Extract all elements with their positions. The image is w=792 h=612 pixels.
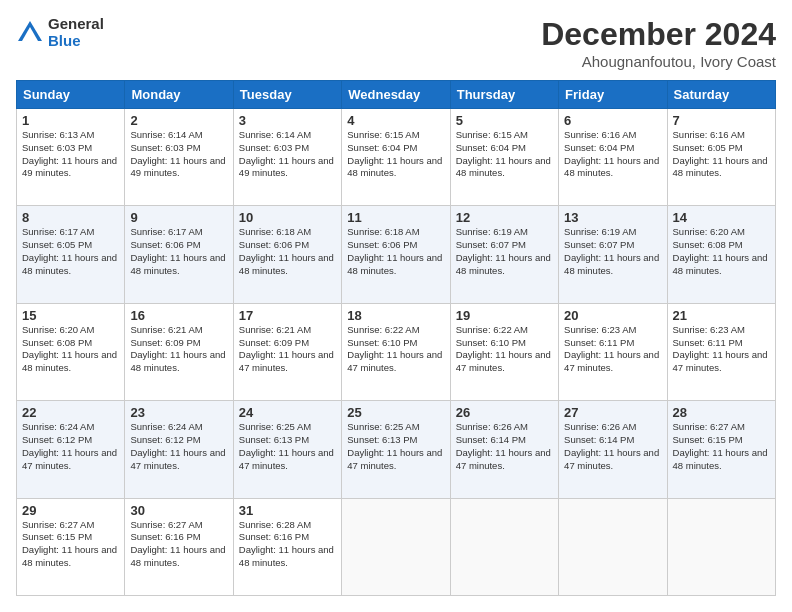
logo-blue: Blue <box>48 33 104 50</box>
day-info: Sunrise: 6:16 AMSunset: 6:04 PMDaylight:… <box>564 129 661 180</box>
page: General Blue December 2024 Ahougnanfouto… <box>0 0 792 612</box>
day-info: Sunrise: 6:21 AMSunset: 6:09 PMDaylight:… <box>130 324 227 375</box>
day-info: Sunrise: 6:27 AMSunset: 6:16 PMDaylight:… <box>130 519 227 570</box>
calendar-cell: 6Sunrise: 6:16 AMSunset: 6:04 PMDaylight… <box>559 109 667 206</box>
day-number: 24 <box>239 405 336 420</box>
calendar-cell: 18Sunrise: 6:22 AMSunset: 6:10 PMDayligh… <box>342 303 450 400</box>
calendar-week-row: 1Sunrise: 6:13 AMSunset: 6:03 PMDaylight… <box>17 109 776 206</box>
calendar-cell <box>450 498 558 595</box>
day-info: Sunrise: 6:17 AMSunset: 6:06 PMDaylight:… <box>130 226 227 277</box>
day-info: Sunrise: 6:25 AMSunset: 6:13 PMDaylight:… <box>347 421 444 472</box>
calendar-cell <box>342 498 450 595</box>
calendar-cell: 22Sunrise: 6:24 AMSunset: 6:12 PMDayligh… <box>17 401 125 498</box>
day-number: 5 <box>456 113 553 128</box>
day-number: 26 <box>456 405 553 420</box>
calendar-cell: 20Sunrise: 6:23 AMSunset: 6:11 PMDayligh… <box>559 303 667 400</box>
calendar-cell: 7Sunrise: 6:16 AMSunset: 6:05 PMDaylight… <box>667 109 775 206</box>
day-info: Sunrise: 6:28 AMSunset: 6:16 PMDaylight:… <box>239 519 336 570</box>
main-title: December 2024 <box>541 16 776 53</box>
day-number: 16 <box>130 308 227 323</box>
day-number: 2 <box>130 113 227 128</box>
day-number: 30 <box>130 503 227 518</box>
calendar-cell: 25Sunrise: 6:25 AMSunset: 6:13 PMDayligh… <box>342 401 450 498</box>
calendar-cell: 27Sunrise: 6:26 AMSunset: 6:14 PMDayligh… <box>559 401 667 498</box>
calendar-cell: 12Sunrise: 6:19 AMSunset: 6:07 PMDayligh… <box>450 206 558 303</box>
calendar-cell: 10Sunrise: 6:18 AMSunset: 6:06 PMDayligh… <box>233 206 341 303</box>
day-number: 19 <box>456 308 553 323</box>
calendar-cell: 21Sunrise: 6:23 AMSunset: 6:11 PMDayligh… <box>667 303 775 400</box>
calendar-cell: 9Sunrise: 6:17 AMSunset: 6:06 PMDaylight… <box>125 206 233 303</box>
calendar-cell: 28Sunrise: 6:27 AMSunset: 6:15 PMDayligh… <box>667 401 775 498</box>
day-number: 17 <box>239 308 336 323</box>
title-section: December 2024 Ahougnanfoutou, Ivory Coas… <box>541 16 776 70</box>
day-info: Sunrise: 6:24 AMSunset: 6:12 PMDaylight:… <box>22 421 119 472</box>
calendar-cell: 23Sunrise: 6:24 AMSunset: 6:12 PMDayligh… <box>125 401 233 498</box>
day-number: 3 <box>239 113 336 128</box>
calendar-table: SundayMondayTuesdayWednesdayThursdayFrid… <box>16 80 776 596</box>
day-number: 28 <box>673 405 770 420</box>
calendar-day-header: Thursday <box>450 81 558 109</box>
header: General Blue December 2024 Ahougnanfouto… <box>16 16 776 70</box>
day-info: Sunrise: 6:23 AMSunset: 6:11 PMDaylight:… <box>564 324 661 375</box>
calendar-cell: 1Sunrise: 6:13 AMSunset: 6:03 PMDaylight… <box>17 109 125 206</box>
day-number: 14 <box>673 210 770 225</box>
day-number: 22 <box>22 405 119 420</box>
day-info: Sunrise: 6:20 AMSunset: 6:08 PMDaylight:… <box>22 324 119 375</box>
calendar-week-row: 29Sunrise: 6:27 AMSunset: 6:15 PMDayligh… <box>17 498 776 595</box>
calendar-cell: 13Sunrise: 6:19 AMSunset: 6:07 PMDayligh… <box>559 206 667 303</box>
day-info: Sunrise: 6:14 AMSunset: 6:03 PMDaylight:… <box>130 129 227 180</box>
logo-text: General Blue <box>48 16 104 49</box>
calendar-cell: 24Sunrise: 6:25 AMSunset: 6:13 PMDayligh… <box>233 401 341 498</box>
day-number: 9 <box>130 210 227 225</box>
logo-general: General <box>48 16 104 33</box>
calendar-week-row: 22Sunrise: 6:24 AMSunset: 6:12 PMDayligh… <box>17 401 776 498</box>
day-info: Sunrise: 6:22 AMSunset: 6:10 PMDaylight:… <box>347 324 444 375</box>
day-number: 1 <box>22 113 119 128</box>
day-info: Sunrise: 6:21 AMSunset: 6:09 PMDaylight:… <box>239 324 336 375</box>
day-info: Sunrise: 6:15 AMSunset: 6:04 PMDaylight:… <box>347 129 444 180</box>
day-number: 11 <box>347 210 444 225</box>
calendar-cell: 4Sunrise: 6:15 AMSunset: 6:04 PMDaylight… <box>342 109 450 206</box>
logo-icon <box>16 19 44 47</box>
day-number: 4 <box>347 113 444 128</box>
calendar-cell: 29Sunrise: 6:27 AMSunset: 6:15 PMDayligh… <box>17 498 125 595</box>
day-number: 10 <box>239 210 336 225</box>
calendar-cell: 30Sunrise: 6:27 AMSunset: 6:16 PMDayligh… <box>125 498 233 595</box>
day-info: Sunrise: 6:26 AMSunset: 6:14 PMDaylight:… <box>456 421 553 472</box>
day-number: 21 <box>673 308 770 323</box>
calendar-cell: 15Sunrise: 6:20 AMSunset: 6:08 PMDayligh… <box>17 303 125 400</box>
calendar-cell: 11Sunrise: 6:18 AMSunset: 6:06 PMDayligh… <box>342 206 450 303</box>
day-info: Sunrise: 6:24 AMSunset: 6:12 PMDaylight:… <box>130 421 227 472</box>
day-number: 12 <box>456 210 553 225</box>
day-info: Sunrise: 6:22 AMSunset: 6:10 PMDaylight:… <box>456 324 553 375</box>
calendar-cell: 26Sunrise: 6:26 AMSunset: 6:14 PMDayligh… <box>450 401 558 498</box>
day-info: Sunrise: 6:13 AMSunset: 6:03 PMDaylight:… <box>22 129 119 180</box>
day-number: 15 <box>22 308 119 323</box>
calendar-cell: 8Sunrise: 6:17 AMSunset: 6:05 PMDaylight… <box>17 206 125 303</box>
day-number: 27 <box>564 405 661 420</box>
day-info: Sunrise: 6:17 AMSunset: 6:05 PMDaylight:… <box>22 226 119 277</box>
day-info: Sunrise: 6:19 AMSunset: 6:07 PMDaylight:… <box>564 226 661 277</box>
day-number: 20 <box>564 308 661 323</box>
calendar-day-header: Monday <box>125 81 233 109</box>
day-info: Sunrise: 6:27 AMSunset: 6:15 PMDaylight:… <box>22 519 119 570</box>
day-number: 29 <box>22 503 119 518</box>
day-number: 7 <box>673 113 770 128</box>
day-info: Sunrise: 6:18 AMSunset: 6:06 PMDaylight:… <box>347 226 444 277</box>
day-number: 31 <box>239 503 336 518</box>
calendar-header-row: SundayMondayTuesdayWednesdayThursdayFrid… <box>17 81 776 109</box>
day-number: 18 <box>347 308 444 323</box>
calendar-cell: 17Sunrise: 6:21 AMSunset: 6:09 PMDayligh… <box>233 303 341 400</box>
calendar-day-header: Sunday <box>17 81 125 109</box>
calendar-cell: 14Sunrise: 6:20 AMSunset: 6:08 PMDayligh… <box>667 206 775 303</box>
calendar-cell: 5Sunrise: 6:15 AMSunset: 6:04 PMDaylight… <box>450 109 558 206</box>
calendar-week-row: 15Sunrise: 6:20 AMSunset: 6:08 PMDayligh… <box>17 303 776 400</box>
day-info: Sunrise: 6:25 AMSunset: 6:13 PMDaylight:… <box>239 421 336 472</box>
day-info: Sunrise: 6:18 AMSunset: 6:06 PMDaylight:… <box>239 226 336 277</box>
day-info: Sunrise: 6:26 AMSunset: 6:14 PMDaylight:… <box>564 421 661 472</box>
calendar-day-header: Tuesday <box>233 81 341 109</box>
calendar-cell: 19Sunrise: 6:22 AMSunset: 6:10 PMDayligh… <box>450 303 558 400</box>
calendar-week-row: 8Sunrise: 6:17 AMSunset: 6:05 PMDaylight… <box>17 206 776 303</box>
day-number: 6 <box>564 113 661 128</box>
day-info: Sunrise: 6:20 AMSunset: 6:08 PMDaylight:… <box>673 226 770 277</box>
